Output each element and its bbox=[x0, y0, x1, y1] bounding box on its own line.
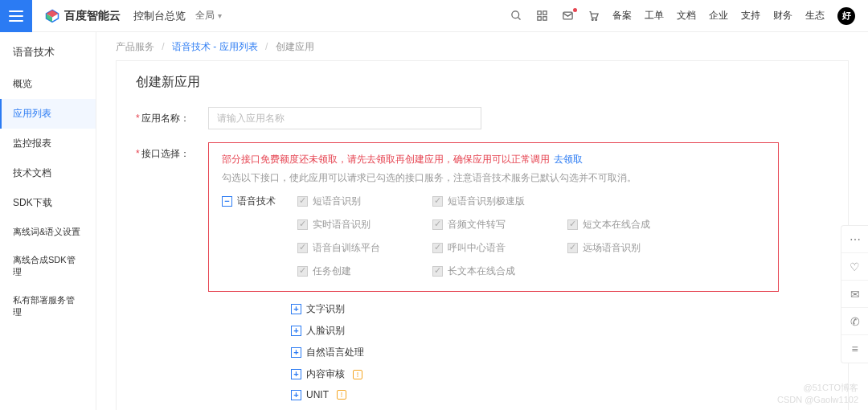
floating-toolbar: ⋯ ♡ ✉ ✆ ≡ bbox=[841, 225, 868, 363]
crumb-current: 创建应用 bbox=[276, 41, 314, 52]
group-label: 语音技术 bbox=[237, 195, 276, 208]
svg-rect-5 bbox=[537, 11, 540, 14]
body: 语音技术 概览 应用列表 监控报表 技术文档 SDK下载 离线词&语义设置 离线… bbox=[0, 32, 868, 410]
sidebar-item-monitor[interactable]: 监控报表 bbox=[0, 129, 96, 158]
chk-3-box[interactable] bbox=[432, 219, 443, 230]
plus-icon: + bbox=[291, 347, 301, 358]
tree-item-label: 自然语言处理 bbox=[306, 346, 364, 359]
group-toggle-speech[interactable]: − 语音技术 bbox=[222, 195, 288, 208]
hamburger-button[interactable] bbox=[0, 0, 32, 32]
nav-beian[interactable]: 备案 bbox=[612, 9, 632, 23]
chk-3: 音频文件转写 bbox=[432, 218, 561, 232]
nav-docs[interactable]: 文档 bbox=[677, 9, 696, 23]
plus-icon: + bbox=[291, 326, 301, 336]
nav-support[interactable]: 支持 bbox=[741, 9, 760, 23]
tree-item-5[interactable]: +知识图谱 bbox=[291, 404, 829, 410]
sidebar: 语音技术 概览 应用列表 监控报表 技术文档 SDK下载 离线词&语义设置 离线… bbox=[0, 32, 96, 410]
sidebar-item-sdk[interactable]: SDK下载 bbox=[0, 188, 96, 218]
warning-line: 部分接口免费额度还未领取，请先去领取再创建应用，确保应用可以正常调用 去领取 bbox=[222, 153, 765, 166]
message-icon[interactable] bbox=[561, 10, 574, 23]
float-list-icon[interactable]: ≡ bbox=[841, 335, 868, 363]
chk-0-box[interactable] bbox=[297, 196, 308, 207]
chk-0: 短语音识别 bbox=[297, 195, 426, 208]
float-heart-icon[interactable]: ♡ bbox=[841, 253, 868, 281]
chk-9-box[interactable] bbox=[432, 266, 443, 277]
claim-link[interactable]: 去领取 bbox=[554, 154, 583, 165]
nav-finance[interactable]: 财务 bbox=[773, 9, 792, 23]
sidebar-item-apps[interactable]: 应用列表 bbox=[0, 99, 96, 129]
brand-logo[interactable]: 百度智能云 bbox=[45, 9, 121, 23]
chk-6-box[interactable] bbox=[432, 243, 443, 253]
tree-item-4[interactable]: +UNIT! bbox=[291, 385, 829, 404]
scope-selector[interactable]: 全局 ▾ bbox=[195, 9, 222, 23]
tree-item-2[interactable]: +自然语言处理 bbox=[291, 342, 829, 363]
svg-point-10 bbox=[592, 19, 593, 21]
sidebar-item-overview[interactable]: 概览 bbox=[0, 69, 96, 99]
cart-icon[interactable] bbox=[587, 10, 600, 23]
top-header: 百度智能云 控制台总览 全局 ▾ 备案 工单 文档 企业 支持 财务 生态 好 bbox=[0, 0, 868, 32]
warning-sub: 勾选以下接口，使此应用可以请求已勾选的接口服务，注意语音技术服务已默认勾选并不可… bbox=[222, 171, 765, 185]
nav-enterprise[interactable]: 企业 bbox=[709, 9, 728, 23]
tree-item-label: UNIT bbox=[306, 389, 329, 400]
avatar[interactable]: 好 bbox=[837, 7, 855, 25]
svg-rect-7 bbox=[537, 17, 540, 20]
row-app-name: *应用名称： bbox=[136, 107, 829, 129]
plus-icon: + bbox=[291, 304, 301, 314]
minus-icon: − bbox=[222, 196, 232, 207]
breadcrumb: 产品服务 / 语音技术 - 应用列表 / 创建应用 bbox=[116, 40, 849, 54]
svg-point-3 bbox=[511, 11, 518, 18]
sidebar-title: 语音技术 bbox=[0, 39, 96, 69]
nav-ticket[interactable]: 工单 bbox=[645, 9, 664, 23]
warning-badge-icon: ! bbox=[337, 390, 346, 400]
tree-item-3[interactable]: +内容审核! bbox=[291, 363, 829, 385]
plus-icon: + bbox=[291, 390, 301, 400]
svg-rect-6 bbox=[542, 11, 546, 14]
chk-8: 任务创建 bbox=[297, 264, 426, 278]
scope-label: 全局 bbox=[195, 9, 215, 23]
chk-5-box[interactable] bbox=[297, 243, 308, 253]
sidebar-item-private-deploy[interactable]: 私有部署服务管理 bbox=[0, 286, 96, 326]
label-interface: *接口选择： bbox=[136, 142, 208, 161]
interface-warning-box: 部分接口免费额度还未领取，请先去领取再创建应用，确保应用可以正常调用 去领取 勾… bbox=[208, 142, 779, 292]
chk-2: 实时语音识别 bbox=[297, 218, 426, 232]
sidebar-item-docs[interactable]: 技术文档 bbox=[0, 158, 96, 188]
nav-ecosystem[interactable]: 生态 bbox=[805, 9, 825, 23]
header-actions: 备案 工单 文档 企业 支持 财务 生态 好 bbox=[510, 7, 868, 25]
main-content: 产品服务 / 语音技术 - 应用列表 / 创建应用 创建新应用 *应用名称： *… bbox=[96, 32, 868, 410]
hamburger-icon bbox=[9, 10, 23, 22]
tree-item-1[interactable]: +人脸识别 bbox=[291, 320, 829, 342]
sidebar-item-offline-words[interactable]: 离线词&语义设置 bbox=[0, 218, 96, 246]
chk-9: 长文本在线合成 bbox=[432, 264, 561, 278]
sidebar-item-offline-sdk[interactable]: 离线合成SDK管理 bbox=[0, 246, 96, 286]
crumb-parent[interactable]: 语音技术 - 应用列表 bbox=[172, 41, 258, 52]
label-app-name: *应用名称： bbox=[136, 107, 208, 125]
chk-4-box[interactable] bbox=[567, 219, 578, 230]
float-phone-icon[interactable]: ✆ bbox=[841, 308, 868, 335]
other-categories: +文字识别+人脸识别+自然语言处理+内容审核!+UNIT!+知识图谱+图像识别!… bbox=[291, 298, 829, 410]
tree-item-label: 人脸识别 bbox=[306, 324, 345, 338]
tree-item-label: 内容审核 bbox=[306, 367, 345, 381]
chk-1-box[interactable] bbox=[432, 196, 443, 207]
plus-icon: + bbox=[291, 369, 301, 379]
logo-icon bbox=[45, 9, 59, 23]
warning-text: 部分接口免费额度还未领取，请先去领取再创建应用，确保应用可以正常调用 bbox=[222, 154, 550, 165]
chk-6: 呼叫中心语音 bbox=[432, 241, 561, 255]
apps-icon[interactable] bbox=[535, 10, 548, 23]
chk-8-box[interactable] bbox=[297, 266, 308, 277]
svg-point-11 bbox=[595, 19, 596, 21]
create-app-card: 创建新应用 *应用名称： *接口选择： 部分接口免费额度还未领取，请先去领取再创… bbox=[116, 60, 849, 410]
crumb-root[interactable]: 产品服务 bbox=[116, 41, 154, 52]
speech-checks: 短语音识别 短语音识别极速版 实时语音识别 音频文件转写 短文本在线合成 语音自… bbox=[297, 195, 696, 278]
svg-line-4 bbox=[518, 17, 520, 19]
row-interface: *接口选择： 部分接口免费额度还未领取，请先去领取再创建应用，确保应用可以正常调… bbox=[136, 142, 829, 410]
search-icon[interactable] bbox=[510, 10, 522, 23]
float-more-icon[interactable]: ⋯ bbox=[841, 226, 868, 253]
tree-item-0[interactable]: +文字识别 bbox=[291, 298, 829, 320]
chk-2-box[interactable] bbox=[297, 219, 308, 230]
chk-1: 短语音识别极速版 bbox=[432, 195, 561, 208]
chk-5: 语音自训练平台 bbox=[297, 241, 426, 255]
input-app-name[interactable] bbox=[208, 107, 481, 129]
float-chat-icon[interactable]: ✉ bbox=[841, 281, 868, 308]
chk-7-box[interactable] bbox=[567, 243, 578, 253]
speech-group: − 语音技术 短语音识别 短语音识别极速版 实时语音识别 音频文件转写 短文本在… bbox=[222, 195, 765, 278]
